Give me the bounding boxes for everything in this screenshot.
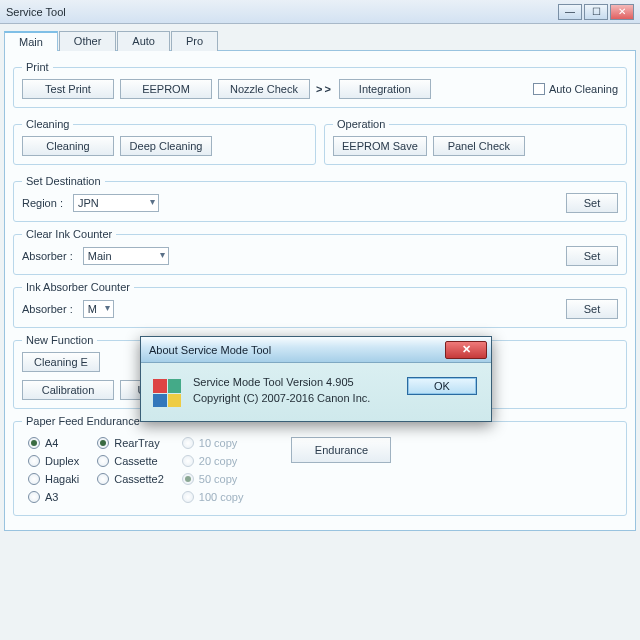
test-print-button[interactable]: Test Print bbox=[22, 79, 114, 99]
deep-cleaning-button[interactable]: Deep Cleaning bbox=[120, 136, 212, 156]
group-set-destination: Set Destination Region : JPN Set bbox=[13, 175, 627, 222]
radio-dot-icon bbox=[28, 473, 40, 485]
cleaning-button[interactable]: Cleaning bbox=[22, 136, 114, 156]
tab-pro[interactable]: Pro bbox=[171, 31, 218, 51]
group-operation: Operation EEPROM Save Panel Check bbox=[324, 118, 627, 165]
radio-a3[interactable]: A3 bbox=[28, 491, 79, 503]
calibration-button[interactable]: Calibration bbox=[22, 380, 114, 400]
nozzle-check-button[interactable]: Nozzle Check bbox=[218, 79, 310, 99]
mfc-icon bbox=[153, 379, 181, 407]
group-clear-ink: Clear Ink Counter Absorber : Main Set bbox=[13, 228, 627, 275]
ink-absorber-set-button[interactable]: Set bbox=[566, 299, 618, 319]
panel-check-button[interactable]: Panel Check bbox=[433, 136, 525, 156]
ink-absorber-select[interactable]: M bbox=[83, 300, 114, 318]
radio-10-copy[interactable]: 10 copy bbox=[182, 437, 244, 449]
tab-other[interactable]: Other bbox=[59, 31, 117, 51]
window-titlebar: Service Tool — ☐ ✕ bbox=[0, 0, 640, 24]
group-print-legend: Print bbox=[22, 61, 53, 73]
about-dialog-titlebar: About Service Mode Tool ✕ bbox=[141, 337, 491, 363]
group-ink-absorber: Ink Absorber Counter Absorber : M Set bbox=[13, 281, 627, 328]
auto-cleaning-label: Auto Cleaning bbox=[549, 83, 618, 95]
group-ink-absorber-legend: Ink Absorber Counter bbox=[22, 281, 134, 293]
main-panel: Print Test Print EEPROM Nozzle Check >> … bbox=[4, 50, 636, 531]
feed-copy-column: 10 copy 20 copy 50 copy 100 copy bbox=[182, 437, 244, 503]
about-dialog-close-button[interactable]: ✕ bbox=[445, 341, 487, 359]
clear-ink-absorber-value: Main bbox=[88, 250, 112, 262]
radio-dot-icon bbox=[182, 455, 194, 467]
clear-ink-absorber-label: Absorber : bbox=[22, 250, 73, 262]
radio-cassette2[interactable]: Cassette2 bbox=[97, 473, 164, 485]
radio-dot-icon bbox=[28, 455, 40, 467]
eeprom-save-button[interactable]: EEPROM Save bbox=[333, 136, 427, 156]
eeprom-button[interactable]: EEPROM bbox=[120, 79, 212, 99]
feed-size-column: A4 Duplex Hagaki A3 bbox=[28, 437, 79, 503]
radio-20-copy[interactable]: 20 copy bbox=[182, 455, 244, 467]
group-operation-legend: Operation bbox=[333, 118, 389, 130]
region-label: Region : bbox=[22, 197, 63, 209]
region-value: JPN bbox=[78, 197, 99, 209]
checkbox-icon bbox=[533, 83, 545, 95]
group-set-destination-legend: Set Destination bbox=[22, 175, 105, 187]
radio-dot-icon bbox=[182, 437, 194, 449]
group-new-function-legend: New Function bbox=[22, 334, 97, 346]
window-close-button[interactable]: ✕ bbox=[610, 4, 634, 20]
radio-hagaki[interactable]: Hagaki bbox=[28, 473, 79, 485]
window-minimize-button[interactable]: — bbox=[558, 4, 582, 20]
tab-strip: Main Other Auto Pro bbox=[4, 30, 636, 50]
radio-dot-icon bbox=[182, 473, 194, 485]
window-title: Service Tool bbox=[6, 6, 556, 18]
clear-ink-set-button[interactable]: Set bbox=[566, 246, 618, 266]
endurance-button[interactable]: Endurance bbox=[291, 437, 391, 463]
feed-source-column: RearTray Cassette Cassette2 bbox=[97, 437, 164, 485]
about-dialog: About Service Mode Tool ✕ Service Mode T… bbox=[140, 336, 492, 422]
auto-cleaning-checkbox[interactable]: Auto Cleaning bbox=[533, 83, 618, 95]
ink-absorber-value: M bbox=[88, 303, 97, 315]
radio-dot-icon bbox=[28, 491, 40, 503]
radio-reartray[interactable]: RearTray bbox=[97, 437, 164, 449]
radio-a4[interactable]: A4 bbox=[28, 437, 79, 449]
radio-100-copy[interactable]: 100 copy bbox=[182, 491, 244, 503]
ink-absorber-label: Absorber : bbox=[22, 303, 73, 315]
print-more-icon: >> bbox=[316, 83, 333, 95]
cleaning-e-button[interactable]: Cleaning E bbox=[22, 352, 100, 372]
about-dialog-title: About Service Mode Tool bbox=[145, 344, 445, 356]
radio-cassette[interactable]: Cassette bbox=[97, 455, 164, 467]
group-cleaning-legend: Cleaning bbox=[22, 118, 73, 130]
feed-action-column: Endurance bbox=[291, 437, 391, 463]
group-cleaning: Cleaning Cleaning Deep Cleaning bbox=[13, 118, 316, 165]
integration-button[interactable]: Integration bbox=[339, 79, 431, 99]
radio-50-copy[interactable]: 50 copy bbox=[182, 473, 244, 485]
tab-main[interactable]: Main bbox=[4, 31, 58, 51]
window-maximize-button[interactable]: ☐ bbox=[584, 4, 608, 20]
region-select[interactable]: JPN bbox=[73, 194, 159, 212]
about-ok-button[interactable]: OK bbox=[407, 377, 477, 395]
radio-duplex[interactable]: Duplex bbox=[28, 455, 79, 467]
tab-auto[interactable]: Auto bbox=[117, 31, 170, 51]
radio-dot-icon bbox=[97, 437, 109, 449]
radio-dot-icon bbox=[28, 437, 40, 449]
group-paper-feed: Paper Feed Endurance A4 Duplex Hagaki A3… bbox=[13, 415, 627, 516]
set-destination-set-button[interactable]: Set bbox=[566, 193, 618, 213]
group-paper-feed-legend: Paper Feed Endurance bbox=[22, 415, 144, 427]
clear-ink-absorber-select[interactable]: Main bbox=[83, 247, 169, 265]
radio-dot-icon bbox=[182, 491, 194, 503]
radio-dot-icon bbox=[97, 455, 109, 467]
group-print: Print Test Print EEPROM Nozzle Check >> … bbox=[13, 61, 627, 108]
radio-dot-icon bbox=[97, 473, 109, 485]
group-clear-ink-legend: Clear Ink Counter bbox=[22, 228, 116, 240]
